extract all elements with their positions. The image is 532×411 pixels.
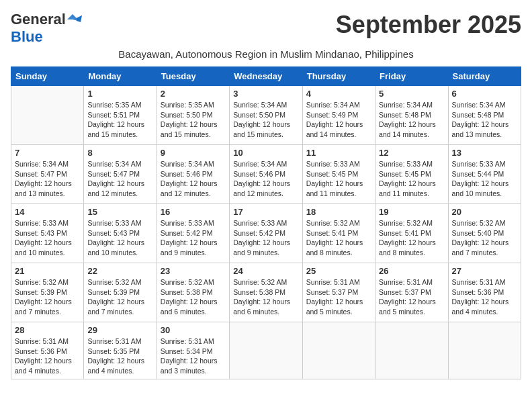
- calendar-cell: 2Sunrise: 5:35 AM Sunset: 5:50 PM Daylig…: [157, 86, 229, 145]
- day-number: 26: [379, 266, 444, 276]
- calendar-cell: 15Sunrise: 5:33 AM Sunset: 5:43 PM Dayli…: [84, 204, 157, 263]
- day-info: Sunrise: 5:32 AM Sunset: 5:40 PM Dayligh…: [452, 218, 517, 258]
- calendar-cell: 26Sunrise: 5:31 AM Sunset: 5:37 PM Dayli…: [375, 263, 448, 322]
- calendar-cell: 23Sunrise: 5:32 AM Sunset: 5:38 PM Dayli…: [157, 263, 229, 322]
- day-info: Sunrise: 5:31 AM Sunset: 5:35 PM Dayligh…: [87, 336, 152, 376]
- calendar-cell: 1Sunrise: 5:35 AM Sunset: 5:51 PM Daylig…: [84, 86, 157, 145]
- calendar: SundayMondayTuesdayWednesdayThursdayFrid…: [11, 66, 521, 379]
- day-info: Sunrise: 5:32 AM Sunset: 5:41 PM Dayligh…: [379, 218, 444, 258]
- calendar-cell: 16Sunrise: 5:33 AM Sunset: 5:42 PM Dayli…: [157, 204, 229, 263]
- day-number: 8: [87, 148, 152, 158]
- calendar-cell: 29Sunrise: 5:31 AM Sunset: 5:35 PM Dayli…: [84, 322, 157, 379]
- calendar-cell: 17Sunrise: 5:33 AM Sunset: 5:42 PM Dayli…: [230, 204, 302, 263]
- day-number: 5: [379, 89, 444, 99]
- day-number: 28: [15, 325, 80, 335]
- column-header-saturday: Saturday: [448, 67, 521, 86]
- day-info: Sunrise: 5:33 AM Sunset: 5:42 PM Dayligh…: [233, 218, 298, 258]
- day-info: Sunrise: 5:32 AM Sunset: 5:38 PM Dayligh…: [161, 277, 226, 317]
- day-number: 20: [452, 207, 517, 217]
- calendar-cell: [302, 322, 375, 379]
- calendar-cell: 25Sunrise: 5:31 AM Sunset: 5:37 PM Dayli…: [302, 263, 375, 322]
- day-number: 2: [161, 89, 226, 99]
- svg-marker-1: [77, 15, 82, 22]
- calendar-cell: 18Sunrise: 5:32 AM Sunset: 5:41 PM Dayli…: [302, 204, 375, 263]
- day-info: Sunrise: 5:33 AM Sunset: 5:44 PM Dayligh…: [452, 159, 517, 199]
- day-info: Sunrise: 5:31 AM Sunset: 5:36 PM Dayligh…: [15, 336, 80, 376]
- calendar-cell: [230, 322, 302, 379]
- day-info: Sunrise: 5:32 AM Sunset: 5:38 PM Dayligh…: [233, 277, 298, 317]
- day-number: 16: [161, 207, 226, 217]
- day-info: Sunrise: 5:35 AM Sunset: 5:51 PM Dayligh…: [87, 100, 152, 140]
- calendar-cell: 21Sunrise: 5:32 AM Sunset: 5:39 PM Dayli…: [11, 263, 84, 322]
- subtitle: Bacayawan, Autonomous Region in Muslim M…: [11, 48, 521, 60]
- column-header-friday: Friday: [375, 67, 448, 86]
- day-number: 3: [233, 89, 298, 99]
- logo-general: General: [11, 11, 66, 28]
- day-number: 24: [233, 266, 298, 276]
- calendar-cell: 22Sunrise: 5:32 AM Sunset: 5:39 PM Dayli…: [84, 263, 157, 322]
- calendar-cell: 7Sunrise: 5:34 AM Sunset: 5:47 PM Daylig…: [11, 145, 84, 204]
- calendar-cell: [11, 86, 84, 145]
- day-number: 13: [452, 148, 517, 158]
- calendar-cell: 4Sunrise: 5:34 AM Sunset: 5:49 PM Daylig…: [302, 86, 375, 145]
- calendar-cell: 27Sunrise: 5:31 AM Sunset: 5:36 PM Dayli…: [448, 263, 521, 322]
- logo-bird-icon: [67, 14, 82, 25]
- day-info: Sunrise: 5:34 AM Sunset: 5:46 PM Dayligh…: [233, 159, 298, 199]
- day-info: Sunrise: 5:34 AM Sunset: 5:47 PM Dayligh…: [15, 159, 80, 199]
- day-number: 18: [306, 207, 371, 217]
- logo-blue: Blue: [11, 28, 43, 45]
- calendar-cell: 24Sunrise: 5:32 AM Sunset: 5:38 PM Dayli…: [230, 263, 302, 322]
- day-number: 7: [15, 148, 80, 158]
- day-number: 27: [452, 266, 517, 276]
- day-info: Sunrise: 5:34 AM Sunset: 5:49 PM Dayligh…: [306, 100, 371, 140]
- calendar-cell: [375, 322, 448, 379]
- day-number: 12: [379, 148, 444, 158]
- day-info: Sunrise: 5:32 AM Sunset: 5:39 PM Dayligh…: [15, 277, 80, 317]
- calendar-cell: 14Sunrise: 5:33 AM Sunset: 5:43 PM Dayli…: [11, 204, 84, 263]
- column-header-sunday: Sunday: [11, 67, 84, 86]
- day-number: 6: [452, 89, 517, 99]
- calendar-cell: 9Sunrise: 5:34 AM Sunset: 5:46 PM Daylig…: [157, 145, 229, 204]
- calendar-cell: 30Sunrise: 5:31 AM Sunset: 5:34 PM Dayli…: [157, 322, 229, 379]
- day-info: Sunrise: 5:32 AM Sunset: 5:41 PM Dayligh…: [306, 218, 371, 258]
- day-info: Sunrise: 5:31 AM Sunset: 5:36 PM Dayligh…: [452, 277, 517, 317]
- day-info: Sunrise: 5:33 AM Sunset: 5:43 PM Dayligh…: [87, 218, 152, 258]
- day-number: 19: [379, 207, 444, 217]
- day-info: Sunrise: 5:33 AM Sunset: 5:43 PM Dayligh…: [15, 218, 80, 258]
- day-info: Sunrise: 5:33 AM Sunset: 5:45 PM Dayligh…: [379, 159, 444, 199]
- calendar-cell: 11Sunrise: 5:33 AM Sunset: 5:45 PM Dayli…: [302, 145, 375, 204]
- calendar-cell: 28Sunrise: 5:31 AM Sunset: 5:36 PM Dayli…: [11, 322, 84, 379]
- column-header-wednesday: Wednesday: [230, 67, 302, 86]
- day-number: 22: [87, 266, 152, 276]
- calendar-cell: 20Sunrise: 5:32 AM Sunset: 5:40 PM Dayli…: [448, 204, 521, 263]
- column-header-monday: Monday: [84, 67, 157, 86]
- calendar-cell: 6Sunrise: 5:34 AM Sunset: 5:48 PM Daylig…: [448, 86, 521, 145]
- day-info: Sunrise: 5:33 AM Sunset: 5:45 PM Dayligh…: [306, 159, 371, 199]
- day-number: 30: [161, 325, 226, 335]
- day-info: Sunrise: 5:35 AM Sunset: 5:50 PM Dayligh…: [161, 100, 226, 140]
- calendar-cell: 12Sunrise: 5:33 AM Sunset: 5:45 PM Dayli…: [375, 145, 448, 204]
- day-info: Sunrise: 5:32 AM Sunset: 5:39 PM Dayligh…: [87, 277, 152, 317]
- day-info: Sunrise: 5:34 AM Sunset: 5:47 PM Dayligh…: [87, 159, 152, 199]
- day-info: Sunrise: 5:31 AM Sunset: 5:37 PM Dayligh…: [379, 277, 444, 317]
- calendar-cell: 8Sunrise: 5:34 AM Sunset: 5:47 PM Daylig…: [84, 145, 157, 204]
- day-number: 29: [87, 325, 152, 335]
- day-info: Sunrise: 5:34 AM Sunset: 5:48 PM Dayligh…: [452, 100, 517, 140]
- day-info: Sunrise: 5:31 AM Sunset: 5:34 PM Dayligh…: [161, 336, 226, 376]
- day-number: 15: [87, 207, 152, 217]
- day-info: Sunrise: 5:34 AM Sunset: 5:48 PM Dayligh…: [379, 100, 444, 140]
- calendar-cell: 5Sunrise: 5:34 AM Sunset: 5:48 PM Daylig…: [375, 86, 448, 145]
- calendar-cell: 13Sunrise: 5:33 AM Sunset: 5:44 PM Dayli…: [448, 145, 521, 204]
- day-number: 10: [233, 148, 298, 158]
- month-title: September 2025: [336, 11, 521, 39]
- day-info: Sunrise: 5:33 AM Sunset: 5:42 PM Dayligh…: [161, 218, 226, 258]
- day-number: 21: [15, 266, 80, 276]
- column-header-thursday: Thursday: [302, 67, 375, 86]
- day-number: 11: [306, 148, 371, 158]
- calendar-cell: 3Sunrise: 5:34 AM Sunset: 5:50 PM Daylig…: [230, 86, 302, 145]
- day-info: Sunrise: 5:31 AM Sunset: 5:37 PM Dayligh…: [306, 277, 371, 317]
- day-number: 9: [161, 148, 226, 158]
- day-number: 23: [161, 266, 226, 276]
- calendar-cell: 10Sunrise: 5:34 AM Sunset: 5:46 PM Dayli…: [230, 145, 302, 204]
- day-info: Sunrise: 5:34 AM Sunset: 5:46 PM Dayligh…: [161, 159, 226, 199]
